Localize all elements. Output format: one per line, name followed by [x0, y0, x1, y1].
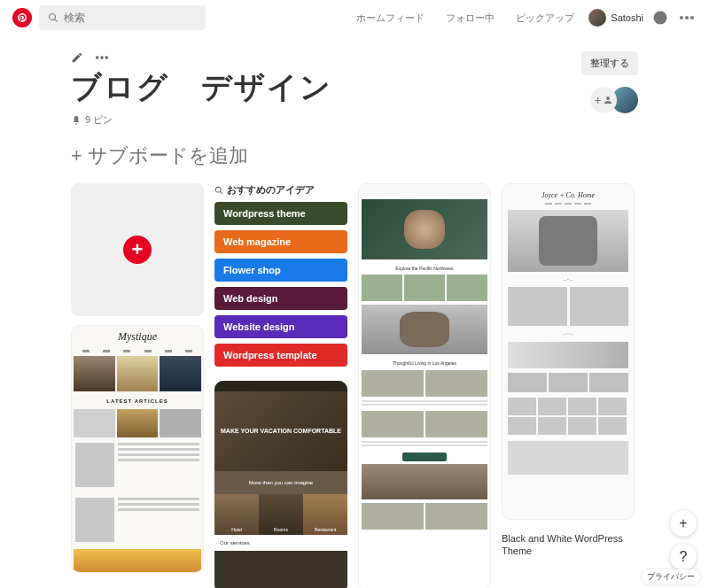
svg-point-2 — [685, 16, 689, 19]
nav-pickup[interactable]: ピックアップ — [509, 12, 581, 25]
add-subboard-button[interactable]: + サブボードを追加 — [0, 127, 709, 174]
plus-icon: + — [123, 236, 152, 264]
svg-point-5 — [100, 56, 104, 59]
svg-point-6 — [105, 56, 109, 59]
more-icon[interactable] — [677, 8, 697, 27]
search-icon — [48, 12, 58, 23]
pin-mystique-theme[interactable]: Mystique LATEST ARTICLES — [71, 325, 204, 573]
board-title: ブログ デザイン — [71, 67, 638, 108]
svg-point-1 — [680, 16, 683, 19]
pin-magazine-theme[interactable]: Explore the Pacific Northwest Thoughtful… — [358, 183, 491, 588]
pin-grid: + Mystique LATEST ARTICLES おすすめのアイデア Wor… — [0, 174, 709, 588]
idea-chip[interactable]: Wordpress template — [214, 344, 347, 367]
app-header: ホームフィード フォロー中 ピックアップ Satoshi — [0, 0, 709, 35]
recommended-ideas: おすすめのアイデア Wordpress theme Web magazine F… — [214, 183, 347, 372]
search-icon — [214, 186, 223, 195]
board-tools — [71, 51, 638, 64]
grid-column: + Mystique LATEST ARTICLES — [71, 183, 204, 573]
collaborators — [590, 87, 638, 113]
grid-column: Explore the Pacific Northwest Thoughtful… — [358, 183, 491, 588]
add-pin-tile[interactable]: + — [71, 183, 204, 316]
messages-icon[interactable] — [651, 8, 670, 27]
board-more-icon[interactable] — [96, 51, 108, 64]
user-name: Satoshi — [611, 12, 643, 23]
add-collaborator-button[interactable] — [590, 87, 617, 113]
idea-chip[interactable]: Web design — [214, 287, 347, 310]
idea-chip[interactable]: Wordpress theme — [214, 202, 347, 225]
floating-actions: + ? — [670, 510, 697, 570]
grid-column: おすすめのアイデア Wordpress theme Web magazine F… — [214, 183, 347, 588]
pinterest-logo[interactable] — [12, 8, 32, 27]
nav-home-feed[interactable]: ホームフィード — [349, 12, 432, 25]
pin-count: 9 ピン — [71, 113, 638, 127]
nav-following[interactable]: フォロー中 — [439, 12, 502, 25]
organize-button[interactable]: 整理する — [581, 51, 638, 75]
idea-chip[interactable]: Website design — [214, 315, 347, 338]
svg-point-4 — [96, 56, 99, 59]
ideas-header: おすすめのアイデア — [214, 183, 347, 197]
add-fab[interactable]: + — [670, 510, 697, 537]
pin-title: Black and White WordPress Theme — [502, 532, 635, 558]
svg-point-3 — [690, 16, 694, 19]
idea-chip[interactable]: Flower shop — [214, 259, 347, 282]
privacy-link[interactable]: プライバシー — [642, 569, 700, 584]
search-bar[interactable] — [39, 5, 206, 30]
edit-icon[interactable] — [71, 51, 83, 64]
svg-point-0 — [654, 12, 667, 25]
pin-vacation-theme[interactable]: MAKE YOUR VACATION COMFORTABLE More than… — [214, 381, 347, 588]
user-menu[interactable]: Satoshi — [588, 9, 643, 27]
user-avatar — [588, 9, 606, 27]
pin-icon — [71, 115, 82, 126]
help-fab[interactable]: ? — [670, 544, 697, 570]
grid-column: Joyce + Co. Home — • — — • — Black and W… — [502, 183, 635, 558]
search-input[interactable] — [64, 12, 197, 24]
pin-bw-theme[interactable]: Joyce + Co. Home — • — — • — — [502, 183, 635, 520]
idea-chip[interactable]: Web magazine — [214, 230, 347, 253]
board-header: 整理する ブログ デザイン 9 ピン — [0, 35, 709, 127]
